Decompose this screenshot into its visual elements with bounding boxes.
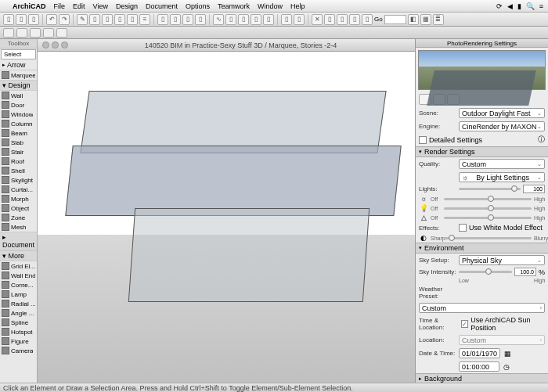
subbar-btn[interactable] <box>56 28 67 38</box>
section-document[interactable]: ▸ Document <box>0 232 37 250</box>
menu-edit[interactable]: Edit <box>73 2 85 10</box>
render-preview[interactable] <box>418 50 546 90</box>
render-settings-header[interactable]: ▾Render Settings <box>416 146 548 157</box>
go-input[interactable] <box>384 15 406 24</box>
toolbar-btn[interactable]: ▯ <box>170 14 181 25</box>
toolbar-btn[interactable]: ▯ <box>349 14 360 25</box>
environment-header[interactable]: ▾Environment <box>416 243 548 254</box>
battery-icon[interactable]: ▮ <box>517 2 521 10</box>
lights-value[interactable] <box>523 185 545 193</box>
tool-figure[interactable]: Figure <box>0 336 37 346</box>
window-minimize-icon[interactable] <box>52 41 59 49</box>
menu-file[interactable]: File <box>54 2 66 10</box>
spotlight-icon[interactable]: 🔍 <box>526 2 535 10</box>
toolbar-btn[interactable]: ▯ <box>3 14 14 25</box>
section-design[interactable]: ▾ Design <box>0 80 37 91</box>
toolbar-btn[interactable]: ▯ <box>195 14 206 25</box>
toolbar-btn[interactable]: ✕ <box>312 14 323 25</box>
white-model-checkbox[interactable] <box>459 224 467 232</box>
toolbar-btn[interactable]: ▯ <box>281 14 292 25</box>
toolbar-btn[interactable]: ▯ <box>127 14 138 25</box>
menu-window[interactable]: Window <box>258 2 283 10</box>
sky-intensity-slider[interactable] <box>459 271 512 273</box>
volume-icon[interactable]: ◀︎ <box>507 2 513 10</box>
info-icon[interactable]: ⓘ <box>538 135 545 145</box>
tool-wall[interactable]: Wall <box>0 91 37 100</box>
subbar-btn[interactable] <box>16 28 27 38</box>
toolbar-btn[interactable]: ∿ <box>213 14 224 25</box>
toolbox-select[interactable]: Select <box>1 49 36 59</box>
3d-viewport[interactable] <box>38 52 415 384</box>
calendar-icon[interactable]: ▦ <box>503 350 512 358</box>
tool-arrow[interactable]: ▸Arrow <box>0 60 37 70</box>
tool-beam[interactable]: Beam <box>0 128 37 138</box>
ambient-slider[interactable] <box>444 217 532 219</box>
tool-hotspot[interactable]: Hotspot <box>0 327 37 336</box>
detailed-checkbox[interactable] <box>419 136 427 144</box>
engine-select[interactable]: CineRender by MAXON⌄ <box>459 121 545 131</box>
toolbar-btn[interactable]: ▯ <box>182 14 193 25</box>
tool-mesh[interactable]: Mesh <box>0 222 37 232</box>
tool-column[interactable]: Column <box>0 119 37 128</box>
toolbar-btn[interactable]: ▯ <box>324 14 335 25</box>
subbar-btn[interactable] <box>30 28 41 38</box>
tool-wallend[interactable]: Wall End <box>0 271 37 280</box>
toolbar-btn[interactable]: ▯ <box>337 14 348 25</box>
sky-setup-select[interactable]: Physical Sky⌄ <box>459 255 545 265</box>
tool-morph[interactable]: Morph <box>0 194 37 203</box>
tool-angle[interactable]: Angle ... <box>0 308 37 318</box>
clock-icon[interactable]: ◷ <box>502 363 511 371</box>
tool-slab[interactable]: Slab <box>0 138 37 147</box>
menu-teamwork[interactable]: Teamwork <box>218 2 250 10</box>
app-menu[interactable]: ArchiCAD <box>13 2 46 10</box>
toolbar-btn[interactable]: ▯ <box>102 14 113 25</box>
toolbar-btn[interactable]: ✎ <box>77 14 88 25</box>
toolbar-btn[interactable]: ↷ <box>59 14 70 25</box>
subbar-btn[interactable] <box>43 28 54 38</box>
toolbar-btn[interactable]: ↶ <box>46 14 57 25</box>
toolbar-btn[interactable]: ▯ <box>263 14 274 25</box>
tool-shell[interactable]: Shell <box>0 166 37 175</box>
tool-grid[interactable]: Grid El... <box>0 261 37 271</box>
subbar-btn[interactable] <box>3 28 14 38</box>
toolbar-btn[interactable]: ≡ <box>139 14 150 25</box>
toolbar-btn[interactable]: ▯ <box>238 14 249 25</box>
window-close-icon[interactable] <box>42 41 49 49</box>
time-field[interactable]: 01:00:00 <box>459 361 499 372</box>
menu-help[interactable]: Help <box>290 2 305 10</box>
toolbar-btn[interactable]: ▯ <box>294 14 305 25</box>
menu-design[interactable]: Design <box>116 2 138 10</box>
menu-document[interactable]: Document <box>146 2 178 10</box>
tool-roof[interactable]: Roof <box>0 156 37 166</box>
date-field[interactable]: 01/01/1970 <box>459 348 500 358</box>
tool-corner[interactable]: Corne... <box>0 280 37 290</box>
dof-slider[interactable] <box>444 237 532 239</box>
tool-object[interactable]: Object <box>0 203 37 213</box>
toolbar-btn[interactable]: ≣ <box>433 14 444 25</box>
wifi-icon[interactable]: ⟳ <box>496 2 503 10</box>
sun-position-checkbox[interactable]: ✓ <box>461 320 468 328</box>
section-more[interactable]: ▾ More <box>0 250 37 261</box>
sky-intensity-value[interactable] <box>514 268 536 276</box>
menu-options[interactable]: Options <box>186 2 210 10</box>
lights-slider[interactable] <box>459 188 521 190</box>
weather-select[interactable]: Custom› <box>419 303 545 313</box>
toolbar-btn[interactable]: ▯ <box>114 14 125 25</box>
toolbar-btn[interactable]: ▦ <box>420 14 431 25</box>
tool-window[interactable]: Window <box>0 110 37 119</box>
toolbar-btn[interactable]: ▯ <box>251 14 261 25</box>
menu-view[interactable]: View <box>93 2 108 10</box>
scene-select[interactable]: Outdoor Daylight Fast⌄ <box>459 108 545 118</box>
tool-curtain[interactable]: Curtai... <box>0 185 37 194</box>
lamp-slider[interactable] <box>444 207 532 210</box>
toolbar-btn[interactable]: ▯ <box>16 14 27 25</box>
toolbar-btn[interactable]: ▯ <box>157 14 168 25</box>
notifications-icon[interactable]: ≡ <box>539 2 543 10</box>
tool-spline[interactable]: Spline <box>0 318 37 327</box>
tool-door[interactable]: Door <box>0 100 37 110</box>
window-zoom-icon[interactable] <box>61 41 68 49</box>
tool-lamp[interactable]: Lamp <box>0 290 37 299</box>
toolbar-btn[interactable]: ▯ <box>28 14 39 25</box>
tool-marquee[interactable]: Marquee <box>0 70 37 80</box>
tool-radial[interactable]: Radial ... <box>0 299 37 308</box>
